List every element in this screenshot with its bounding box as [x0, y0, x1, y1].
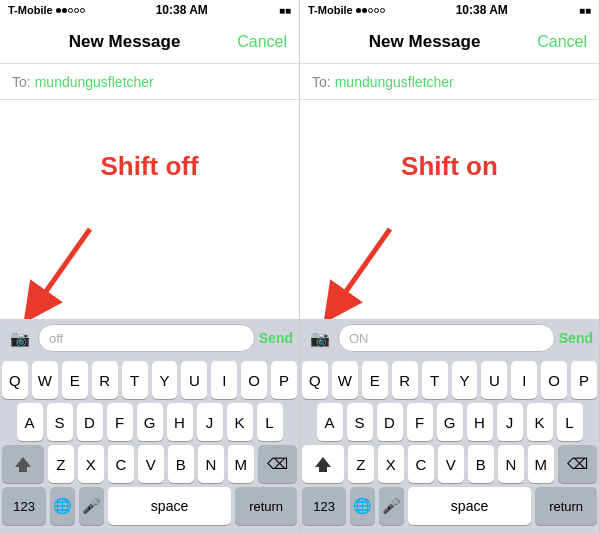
key-P[interactable]: P [271, 361, 297, 399]
to-field-left: To: mundungusfletcher [0, 64, 299, 100]
nav-title-left: New Message [69, 32, 181, 52]
key-G-r[interactable]: G [437, 403, 463, 441]
key-D[interactable]: D [77, 403, 103, 441]
delete-key-right[interactable]: ⌫ [558, 445, 597, 483]
key-Q[interactable]: Q [2, 361, 28, 399]
key-X[interactable]: X [78, 445, 104, 483]
nav-bar-right: New Message Cancel [300, 20, 599, 64]
key-H[interactable]: H [167, 403, 193, 441]
mic-key-left[interactable]: 🎤 [79, 487, 104, 525]
num-key-right[interactable]: 123 [302, 487, 346, 525]
key-N[interactable]: N [198, 445, 224, 483]
send-button-left[interactable]: Send [259, 330, 293, 346]
shift-key-right[interactable] [302, 445, 344, 483]
key-O-r[interactable]: O [541, 361, 567, 399]
message-area-right[interactable]: Shift on [300, 100, 599, 319]
key-M[interactable]: M [228, 445, 254, 483]
key-W[interactable]: W [32, 361, 58, 399]
key-Y-r[interactable]: Y [452, 361, 478, 399]
space-key-right[interactable]: space [408, 487, 531, 525]
message-input-left[interactable]: off [38, 324, 255, 352]
key-E[interactable]: E [62, 361, 88, 399]
key-R[interactable]: R [92, 361, 118, 399]
key-P-r[interactable]: P [571, 361, 597, 399]
key-W-r[interactable]: W [332, 361, 358, 399]
svg-marker-2 [15, 457, 31, 472]
key-M-r[interactable]: M [528, 445, 554, 483]
key-T[interactable]: T [122, 361, 148, 399]
key-F-r[interactable]: F [407, 403, 433, 441]
to-value-left: mundungusfletcher [35, 74, 154, 90]
key-J[interactable]: J [197, 403, 223, 441]
keyboard-toolbar-right: 📷 ON Send [300, 319, 599, 357]
status-left-right: T-Mobile [308, 4, 385, 16]
key-Z[interactable]: Z [48, 445, 74, 483]
key-R-r[interactable]: R [392, 361, 418, 399]
cancel-button-right[interactable]: Cancel [537, 33, 587, 51]
key-S[interactable]: S [47, 403, 73, 441]
key-row-3-left: Z X C V B N M ⌫ [2, 445, 297, 483]
delete-key-left[interactable]: ⌫ [258, 445, 297, 483]
key-L-r[interactable]: L [557, 403, 583, 441]
key-U[interactable]: U [181, 361, 207, 399]
shift-icon-right [314, 455, 332, 473]
key-E-r[interactable]: E [362, 361, 388, 399]
num-key-left[interactable]: 123 [2, 487, 46, 525]
status-right: ■■ [279, 5, 291, 16]
key-H-r[interactable]: H [467, 403, 493, 441]
key-K-r[interactable]: K [527, 403, 553, 441]
return-key-right[interactable]: return [535, 487, 597, 525]
key-L[interactable]: L [257, 403, 283, 441]
key-row-2-right: A S D F G H J K L [302, 403, 597, 441]
key-Z-r[interactable]: Z [348, 445, 374, 483]
key-F[interactable]: F [107, 403, 133, 441]
key-N-r[interactable]: N [498, 445, 524, 483]
nav-title-right: New Message [369, 32, 481, 52]
shift-key-left[interactable] [2, 445, 44, 483]
globe-key-left[interactable]: 🌐 [50, 487, 75, 525]
key-J-r[interactable]: J [497, 403, 523, 441]
camera-icon-right[interactable]: 📷 [306, 324, 334, 352]
time-display: 10:38 AM [156, 3, 208, 17]
key-Y[interactable]: Y [152, 361, 178, 399]
panel-shift-off: T-Mobile 10:38 AM ■■ New Message Cancel … [0, 0, 300, 533]
key-A[interactable]: A [17, 403, 43, 441]
key-Q-r[interactable]: Q [302, 361, 328, 399]
key-C-r[interactable]: C [408, 445, 434, 483]
message-area-left[interactable]: Shift off [0, 100, 299, 319]
battery-icon: ■■ [279, 5, 291, 16]
key-B-r[interactable]: B [468, 445, 494, 483]
key-I[interactable]: I [211, 361, 237, 399]
carrier-text: T-Mobile [8, 4, 53, 16]
return-key-left[interactable]: return [235, 487, 297, 525]
key-O[interactable]: O [241, 361, 267, 399]
mic-key-right[interactable]: 🎤 [379, 487, 404, 525]
key-S-r[interactable]: S [347, 403, 373, 441]
key-A-r[interactable]: A [317, 403, 343, 441]
shift-icon-left [14, 455, 32, 473]
key-X-r[interactable]: X [378, 445, 404, 483]
key-V[interactable]: V [138, 445, 164, 483]
key-row-2-left: A S D F G H J K L [2, 403, 297, 441]
message-input-right[interactable]: ON [338, 324, 555, 352]
globe-key-right[interactable]: 🌐 [350, 487, 375, 525]
key-V-r[interactable]: V [438, 445, 464, 483]
key-C[interactable]: C [108, 445, 134, 483]
key-K[interactable]: K [227, 403, 253, 441]
cancel-button-left[interactable]: Cancel [237, 33, 287, 51]
key-T-r[interactable]: T [422, 361, 448, 399]
key-I-r[interactable]: I [511, 361, 537, 399]
key-row-bottom-right: 123 🌐 🎤 space return [302, 487, 597, 525]
key-U-r[interactable]: U [481, 361, 507, 399]
status-left: T-Mobile [8, 4, 85, 16]
key-B[interactable]: B [168, 445, 194, 483]
send-button-right[interactable]: Send [559, 330, 593, 346]
to-value-right: mundungusfletcher [335, 74, 454, 90]
space-key-left[interactable]: space [108, 487, 231, 525]
time-display-right: 10:38 AM [456, 3, 508, 17]
panel-shift-on: T-Mobile 10:38 AM ■■ New Message Cancel … [300, 0, 600, 533]
key-G[interactable]: G [137, 403, 163, 441]
camera-icon-left[interactable]: 📷 [6, 324, 34, 352]
key-row-1-left: Q W E R T Y U I O P [2, 361, 297, 399]
key-D-r[interactable]: D [377, 403, 403, 441]
